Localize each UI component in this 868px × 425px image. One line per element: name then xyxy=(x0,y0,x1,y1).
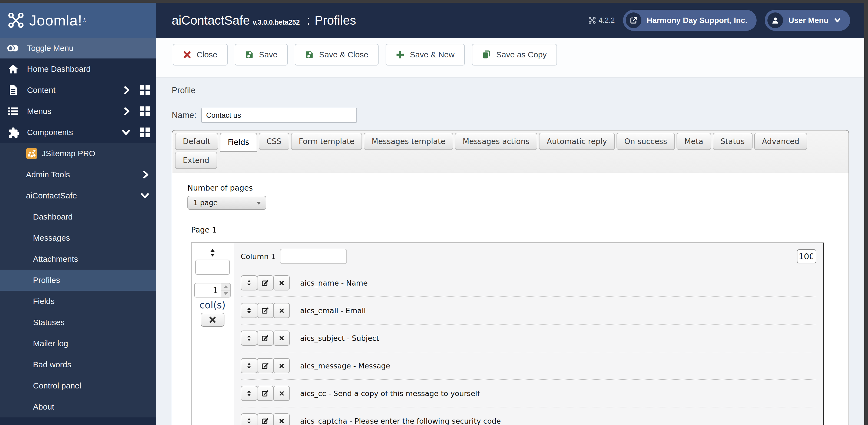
tab-extend[interactable]: Extend xyxy=(175,151,217,169)
profile-form: Profile Name: Default Fields CSS Form te… xyxy=(156,78,864,425)
field-row-actions xyxy=(241,275,289,290)
sidebar-item-statuses[interactable]: Statuses xyxy=(0,312,156,333)
main-area: Close Save Save & Close Save & New Save … xyxy=(156,38,864,425)
move-field-button[interactable] xyxy=(241,413,257,425)
move-icon xyxy=(247,280,251,286)
sidebar-item-fields[interactable]: Fields xyxy=(0,291,156,312)
delete-field-button[interactable] xyxy=(273,358,290,373)
delete-field-button[interactable] xyxy=(273,331,290,346)
sidebar-item-control-panel[interactable]: Control panel xyxy=(0,375,156,396)
tab-automatic-reply[interactable]: Automatic reply xyxy=(539,133,615,150)
edit-field-button[interactable] xyxy=(257,386,274,401)
delete-field-button[interactable] xyxy=(273,303,290,318)
puzzle-icon xyxy=(7,127,20,138)
delete-field-button[interactable] xyxy=(273,386,290,401)
user-menu-button[interactable]: User Menu xyxy=(765,10,850,31)
field-row: aics_name - Name xyxy=(241,270,816,296)
sidebar-item-about[interactable]: About xyxy=(0,396,156,418)
move-field-button[interactable] xyxy=(241,331,257,346)
remove-page-button[interactable] xyxy=(200,313,224,327)
sidebar-item-menus[interactable]: Menus xyxy=(0,101,156,122)
tab-status[interactable]: Status xyxy=(713,133,752,150)
grid-icon[interactable] xyxy=(140,106,150,116)
number-of-pages-select[interactable]: 1 page xyxy=(187,196,266,210)
sidebar-item-aicontactsafe[interactable]: aiContactSafe xyxy=(0,185,156,206)
tab-on-success[interactable]: On success xyxy=(617,133,675,150)
sidebar-item-label: Attachments xyxy=(33,254,78,264)
joomla-version-text: 4.2.2 xyxy=(598,16,615,25)
sidebar-item-toggle-menu[interactable]: Toggle Menu xyxy=(0,38,156,58)
sidebar-item-profiles[interactable]: Profiles xyxy=(0,270,156,291)
name-input[interactable] xyxy=(201,108,357,123)
tab-label: Messages actions xyxy=(463,137,529,146)
chevron-right-icon xyxy=(124,86,130,94)
sidebar-item-admin-tools[interactable]: Admin Tools xyxy=(0,164,156,185)
tab-label: Fields xyxy=(228,138,249,147)
sidebar-item-attachments[interactable]: Attachments xyxy=(0,249,156,270)
move-field-button[interactable] xyxy=(241,275,257,290)
close-button[interactable]: Close xyxy=(173,44,228,65)
page-gutter: col(s) xyxy=(191,243,234,425)
site-preview-button[interactable]: Harmony Day Support, Inc. xyxy=(623,10,756,31)
stepper-down-button[interactable] xyxy=(221,290,230,297)
grid-icon[interactable] xyxy=(140,85,150,95)
sidebar-item-dashboard[interactable]: Dashboard xyxy=(0,206,156,227)
sidebar-item-messages[interactable]: Messages xyxy=(0,227,156,249)
save-as-copy-button[interactable]: Save as Copy xyxy=(472,44,557,65)
edit-field-button[interactable] xyxy=(257,275,274,290)
save-and-new-button[interactable]: Save & New xyxy=(385,44,465,65)
tab-label: On success xyxy=(624,137,667,146)
edit-field-button[interactable] xyxy=(257,358,274,373)
sidebar-item-home-dashboard[interactable]: Home Dashboard xyxy=(0,58,156,80)
stepper-up-button[interactable] xyxy=(221,283,230,290)
tab-form-template[interactable]: Form template xyxy=(291,133,362,150)
copy-icon xyxy=(482,50,491,59)
edit-field-button[interactable] xyxy=(257,303,274,318)
move-field-button[interactable] xyxy=(241,358,257,373)
move-icon[interactable] xyxy=(209,249,216,257)
edit-field-button[interactable] xyxy=(257,331,274,346)
edit-field-button[interactable] xyxy=(257,413,274,425)
sidebar-item-content[interactable]: Content xyxy=(0,80,156,101)
page-css-input[interactable] xyxy=(195,260,230,275)
number-of-pages-label: Number of pages xyxy=(187,183,848,193)
save-button[interactable]: Save xyxy=(235,44,288,65)
chevron-down-icon xyxy=(834,17,841,24)
tab-row-1: Default Fields CSS Form template Message… xyxy=(175,133,846,150)
column-name-input[interactable] xyxy=(280,249,347,264)
edit-icon xyxy=(261,417,269,425)
tab-fields[interactable]: Fields xyxy=(220,133,257,151)
move-field-button[interactable] xyxy=(241,386,257,401)
field-label: aics_message - Message xyxy=(300,362,390,370)
delete-icon xyxy=(279,391,284,396)
tab-messages-template[interactable]: Messages template xyxy=(364,133,453,150)
stepper-buttons xyxy=(221,283,230,297)
sidebar-item-label: Home Dashboard xyxy=(27,64,91,74)
tab-messages-actions[interactable]: Messages actions xyxy=(455,133,537,150)
tab-default[interactable]: Default xyxy=(175,133,218,150)
field-label: aics_cc - Send a copy of this message to… xyxy=(300,389,480,398)
move-field-button[interactable] xyxy=(241,303,257,318)
save-icon xyxy=(305,50,314,59)
toggle-icon xyxy=(7,44,20,52)
sidebar-item-jsitemap-pro[interactable]: JSitemap PRO xyxy=(0,143,156,164)
column-width-input[interactable] xyxy=(797,249,816,263)
page-scrollbar[interactable] xyxy=(864,0,868,425)
columns-count-input[interactable] xyxy=(195,283,221,297)
sidebar-item-components[interactable]: Components xyxy=(0,122,156,143)
edit-icon xyxy=(261,307,269,314)
tab-css[interactable]: CSS xyxy=(259,133,289,150)
tab-meta[interactable]: Meta xyxy=(677,133,711,150)
sidebar-item-mailer-log[interactable]: Mailer log xyxy=(0,333,156,354)
field-row: aics_captcha - Please enter the followin… xyxy=(241,407,816,425)
sidebar-item-label: Messages xyxy=(33,233,70,243)
joomla-logo: Joomla!® xyxy=(0,3,156,38)
delete-field-button[interactable] xyxy=(273,275,290,290)
sidebar-item-bad-words[interactable]: Bad words xyxy=(0,354,156,375)
delete-field-button[interactable] xyxy=(273,413,290,425)
move-icon xyxy=(247,418,251,424)
tab-advanced[interactable]: Advanced xyxy=(754,133,807,150)
grid-icon[interactable] xyxy=(140,127,150,138)
save-and-close-button[interactable]: Save & Close xyxy=(295,44,378,65)
sidebar-item-label: Components xyxy=(27,128,73,137)
